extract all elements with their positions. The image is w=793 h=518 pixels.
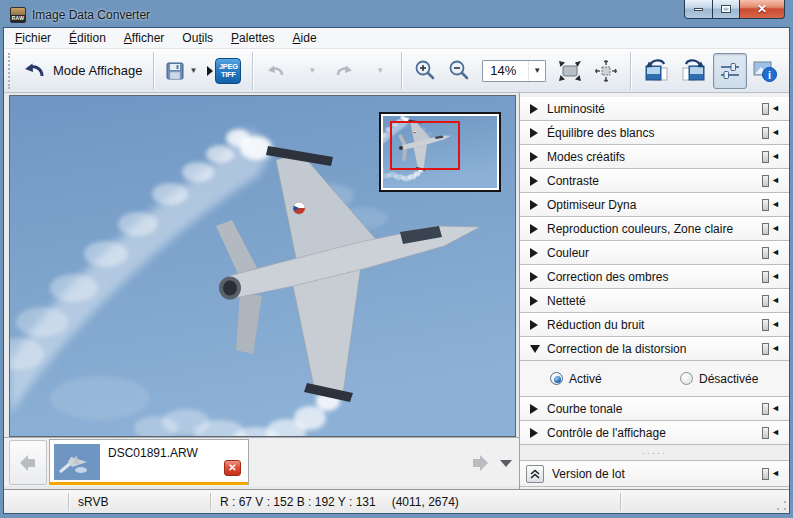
expand-triangle-icon[interactable] bbox=[530, 104, 538, 114]
filmstrip-next-button[interactable] bbox=[467, 440, 493, 485]
detach-panel-icon[interactable]: ◄ bbox=[762, 295, 780, 307]
menu-item[interactable]: Afficher bbox=[115, 29, 174, 47]
radio-icon bbox=[680, 372, 693, 385]
close-button[interactable]: ✕ bbox=[740, 0, 785, 19]
expand-triangle-icon[interactable] bbox=[530, 320, 538, 330]
statusbar-right-section bbox=[621, 490, 789, 513]
rotate-photo-right-icon bbox=[680, 58, 708, 84]
maximize-button[interactable] bbox=[713, 0, 740, 19]
rotate-right-button[interactable] bbox=[675, 53, 713, 89]
magnifier-minus-icon bbox=[447, 59, 471, 83]
detach-panel-icon[interactable]: ◄ bbox=[762, 427, 780, 439]
close-icon: ✕ bbox=[757, 3, 767, 15]
detach-panel-icon[interactable]: ◄ bbox=[762, 199, 780, 211]
detach-panel-icon[interactable]: ◄ bbox=[762, 127, 780, 139]
sliders-icon bbox=[719, 61, 741, 81]
convert-arrow-icon bbox=[207, 66, 213, 76]
panel-section-row[interactable]: Optimiseur Dyna ◄ bbox=[520, 193, 789, 217]
menu-item[interactable]: Outils bbox=[173, 29, 222, 47]
combo-dropdown-arrow[interactable]: ▼ bbox=[528, 61, 545, 81]
image-tab-thumbnail bbox=[54, 444, 100, 480]
zoom-level-combobox[interactable]: 14% ▼ bbox=[482, 60, 546, 82]
app-window: RAW Image Data Converter ✕ FichierÉditio… bbox=[0, 0, 793, 518]
panel-section-row[interactable]: Luminosité ◄ bbox=[520, 97, 789, 121]
save-dropdown-arrow[interactable]: ▼ bbox=[189, 66, 197, 75]
image-info-button[interactable]: i bbox=[747, 53, 783, 89]
convert-jpeg-tiff-button[interactable]: JPEG TIFF bbox=[202, 53, 246, 89]
collapse-up-button[interactable] bbox=[526, 465, 544, 483]
detach-panel-icon[interactable]: ◄ bbox=[762, 271, 780, 283]
menu-item[interactable]: Fichier bbox=[6, 29, 60, 47]
detach-panel-icon[interactable]: ◄ bbox=[762, 343, 780, 355]
fit-to-window-button[interactable] bbox=[552, 53, 588, 89]
panel-splitter-handle[interactable]: ····· bbox=[520, 445, 789, 461]
menu-item[interactable]: Édition bbox=[60, 29, 115, 47]
expand-triangle-icon[interactable] bbox=[530, 200, 538, 210]
menubar: FichierÉditionAfficherOutilsPalettesAide bbox=[4, 28, 789, 49]
menu-item[interactable]: Aide bbox=[284, 29, 326, 47]
expand-triangle-icon[interactable] bbox=[530, 152, 538, 162]
detach-panel-icon[interactable]: ◄ bbox=[762, 103, 780, 115]
detach-panel-icon[interactable]: ◄ bbox=[762, 151, 780, 163]
zoom-out-button[interactable] bbox=[442, 53, 476, 89]
statusbar: sRVB R : 67 V : 152 B : 192 Y : 131 (401… bbox=[4, 489, 789, 513]
expand-triangle-icon[interactable] bbox=[530, 428, 538, 438]
save-button[interactable]: ▼ bbox=[160, 53, 202, 89]
image-viewport[interactable] bbox=[9, 95, 516, 437]
toolbar-separator bbox=[630, 52, 631, 90]
redo-dropdown[interactable]: ▼ bbox=[361, 53, 395, 89]
panel-section-label: Contrôle de l'affichage bbox=[547, 426, 666, 440]
detach-panel-icon[interactable]: ◄ bbox=[762, 403, 780, 415]
center-crosshair-icon bbox=[593, 59, 619, 83]
image-tab-close-button[interactable]: ✕ bbox=[224, 460, 241, 476]
undo-button[interactable] bbox=[259, 53, 293, 89]
panel-section-distortion[interactable]: Correction de la distorsion ◄ bbox=[520, 337, 789, 361]
statusbar-pixel-info: R : 67 V : 152 B : 192 Y : 131 (4011, 26… bbox=[211, 490, 620, 513]
filmstrip: DSC01891.ARW ✕ bbox=[4, 437, 519, 486]
radio-active[interactable]: Activé bbox=[550, 372, 680, 386]
filmstrip-prev-button[interactable] bbox=[9, 440, 47, 485]
detach-panel-icon[interactable]: ◄ bbox=[762, 468, 780, 480]
panel-section-row[interactable]: Courbe tonale ◄ bbox=[520, 397, 789, 421]
zoom-in-button[interactable] bbox=[408, 53, 442, 89]
filmstrip-list-dropdown-button[interactable] bbox=[493, 440, 519, 485]
detach-panel-icon[interactable]: ◄ bbox=[762, 223, 780, 235]
radio-inactive[interactable]: Désactivée bbox=[680, 372, 758, 386]
panel-section-row[interactable]: Contraste ◄ bbox=[520, 169, 789, 193]
panel-section-row[interactable]: Reproduction couleurs, Zone claire ◄ bbox=[520, 217, 789, 241]
collapse-triangle-icon[interactable] bbox=[530, 345, 540, 353]
panel-section-row[interactable]: Équilibre des blancs ◄ bbox=[520, 121, 789, 145]
fit-to-window-icon bbox=[557, 59, 583, 83]
undo-dropdown[interactable]: ▼ bbox=[293, 53, 327, 89]
image-tab[interactable]: DSC01891.ARW ✕ bbox=[49, 439, 249, 485]
panel-section-row[interactable]: Réduction du bruit ◄ bbox=[520, 313, 789, 337]
detach-panel-icon[interactable]: ◄ bbox=[762, 247, 780, 259]
mode-affichage-button[interactable]: Mode Affichage bbox=[17, 53, 147, 89]
redo-button[interactable] bbox=[327, 53, 361, 89]
floppy-disk-icon bbox=[165, 61, 185, 81]
panel-section-row[interactable]: Modes créatifs ◄ bbox=[520, 145, 789, 169]
panel-section-row[interactable]: Correction des ombres ◄ bbox=[520, 265, 789, 289]
detach-panel-icon[interactable]: ◄ bbox=[762, 319, 780, 331]
expand-triangle-icon[interactable] bbox=[530, 296, 538, 306]
maximize-icon bbox=[721, 5, 731, 13]
expand-triangle-icon[interactable] bbox=[530, 404, 538, 414]
detach-panel-icon[interactable]: ◄ bbox=[762, 175, 780, 187]
resize-grip[interactable] bbox=[776, 500, 787, 511]
panel-section-row[interactable]: Couleur ◄ bbox=[520, 241, 789, 265]
panel-section-row[interactable]: Contrôle de l'affichage ◄ bbox=[520, 421, 789, 445]
expand-triangle-icon[interactable] bbox=[530, 272, 538, 282]
expand-triangle-icon[interactable] bbox=[530, 248, 538, 258]
toolbar-grip[interactable] bbox=[8, 53, 13, 89]
expand-triangle-icon[interactable] bbox=[530, 128, 538, 138]
rotate-left-button[interactable] bbox=[637, 53, 675, 89]
adjustment-panel-toggle-button[interactable] bbox=[713, 53, 747, 89]
panel-section-row[interactable]: Netteté ◄ bbox=[520, 289, 789, 313]
expand-triangle-icon[interactable] bbox=[530, 224, 538, 234]
menu-item[interactable]: Palettes bbox=[222, 29, 283, 47]
minimize-button[interactable] bbox=[684, 0, 713, 19]
expand-triangle-icon[interactable] bbox=[530, 176, 538, 186]
batch-version-row[interactable]: Version de lot ◄ bbox=[520, 461, 789, 487]
center-image-button[interactable] bbox=[588, 53, 624, 89]
titlebar[interactable]: RAW Image Data Converter ✕ bbox=[3, 0, 790, 27]
